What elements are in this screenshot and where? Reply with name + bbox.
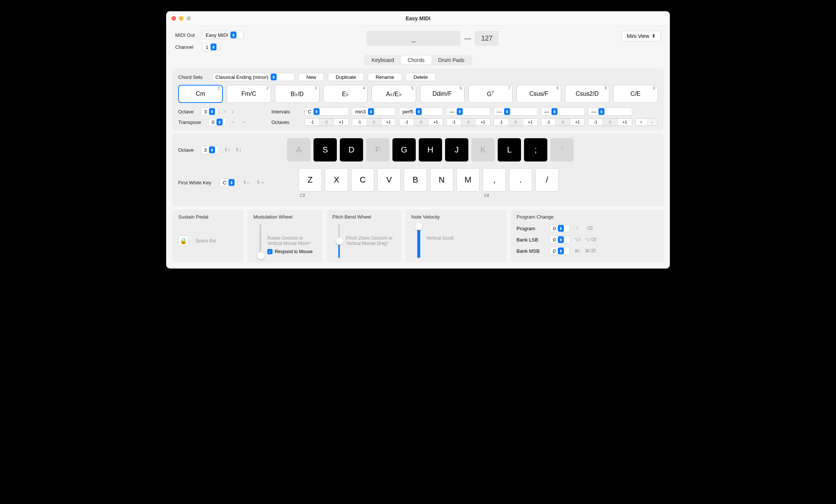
mini-view-button[interactable]: Mini View ⇞ (622, 31, 661, 41)
transpose-select[interactable]: 0 (208, 118, 226, 126)
sharp-flat-toggle[interactable]: ♯♭ (635, 118, 658, 126)
shift-right-icon[interactable]: ⇧→ (256, 180, 265, 185)
chevron-updown-icon (230, 32, 236, 38)
chord-pad-7[interactable]: G77 (468, 85, 513, 103)
chord-pad-0[interactable]: C/E0 (613, 85, 658, 103)
key-G[interactable]: G (392, 138, 416, 161)
chevron-updown-icon (271, 74, 277, 80)
shift-up-icon[interactable]: ⇧↑ (224, 147, 230, 152)
chord-pad-2[interactable]: Fm/C2 (227, 85, 271, 103)
arrow-left-icon[interactable]: ← (232, 119, 236, 125)
keyboard-panel: Octave 3 ⇧↑ ⇧↓ ASDFGHJKL;' First White K… (172, 134, 664, 207)
key-X[interactable]: X (325, 168, 348, 192)
channel-label: Channel (175, 44, 198, 50)
octave-stepper-5[interactable]: -10+1 (541, 118, 585, 126)
chord-pad-9[interactable]: Csus2/D9 (565, 85, 610, 103)
rename-button[interactable]: Rename (368, 73, 402, 81)
velocity-display: 127 (475, 31, 499, 46)
midi-out-select[interactable]: Easy MIDI (202, 31, 244, 39)
close-icon[interactable] (171, 16, 176, 21)
key-B[interactable]: B (404, 168, 427, 192)
key-K[interactable]: K (471, 138, 495, 161)
interval-1-select[interactable]: min3 (352, 107, 396, 116)
interval-4-select[interactable]: — (494, 107, 538, 116)
pitch-bend-card: Pitch Bend Wheel Pinch Zoom Gesture or V… (326, 210, 401, 263)
key-C[interactable]: C (351, 168, 374, 192)
velocity-slider[interactable] (417, 224, 420, 258)
key-A[interactable]: A (287, 138, 310, 161)
pitch-bend-slider[interactable] (338, 224, 340, 258)
key-J[interactable]: J (445, 138, 468, 161)
interval-0-select[interactable]: C (304, 107, 349, 116)
modulation-slider[interactable] (259, 224, 261, 258)
key-L[interactable]: L (498, 138, 521, 161)
interval-2-select[interactable]: perf5 (399, 107, 443, 116)
delete-button[interactable]: Delete (406, 73, 436, 81)
key-D[interactable]: D (340, 138, 363, 161)
tab-chords[interactable]: Chords (401, 56, 431, 65)
chord-pad-5[interactable]: A♭/E♭5 (371, 85, 416, 103)
titlebar: Easy MIDI (166, 11, 670, 26)
transpose-label: Transpose (178, 119, 204, 125)
respond-to-mouse-checkbox[interactable]: ✓ (267, 249, 273, 254)
octave-stepper-0[interactable]: -10+1 (304, 118, 349, 126)
octave-stepper-1[interactable]: -10+1 (352, 118, 396, 126)
chord-pad-6[interactable]: Ddim/F6 (420, 85, 465, 103)
key-V[interactable]: V (377, 168, 401, 192)
octave-stepper-3[interactable]: -10+1 (446, 118, 491, 126)
octave-select[interactable]: 3 (201, 107, 219, 116)
octave-stepper-2[interactable]: -10+1 (399, 118, 443, 126)
duplicate-button[interactable]: Duplicate (328, 73, 364, 81)
shift-down-icon[interactable]: ⇧↓ (235, 147, 241, 152)
key-H[interactable]: H (419, 138, 442, 161)
chevron-updown-icon (209, 108, 215, 115)
tab-keyboard[interactable]: Keyboard (365, 56, 401, 65)
program-change-card: Program Change Program0\⌫Bank LSB0⌥\⌥⌫Ba… (510, 210, 664, 263)
note-display: _ (367, 31, 460, 46)
shift-left-icon[interactable]: ⇧← (243, 180, 251, 185)
tab-drum-pads[interactable]: Drum Pads (432, 56, 471, 65)
chords-panel: Chord Sets Classical Ending (minor) New … (172, 68, 664, 131)
interval-3-select[interactable]: — (446, 107, 491, 116)
octaves-label: Octaves (271, 119, 301, 125)
chord-sets-label: Chord Sets (178, 74, 208, 80)
chevron-updown-icon (211, 44, 217, 50)
first-white-key-label: First White Key (178, 180, 216, 186)
app-window: Easy MIDI MIDI Out Easy MIDI Channel 1 _… (166, 11, 670, 269)
arrow-right-icon[interactable]: → (241, 119, 246, 125)
key-;[interactable]: ; (524, 138, 547, 161)
key-M[interactable]: M (456, 168, 480, 192)
interval-5-select[interactable]: — (541, 107, 585, 116)
new-button[interactable]: New (298, 73, 324, 81)
key-/[interactable]: / (535, 168, 559, 192)
sustain-card: Sustain Pedal 🔒 Space Bar (172, 210, 244, 263)
chord-pad-8[interactable]: Csus/F8 (516, 85, 561, 103)
intervals-label: Intervals (271, 109, 301, 115)
bank msb-select[interactable]: 0 (550, 247, 570, 255)
interval-6-select[interactable]: — (588, 107, 632, 116)
program-select[interactable]: 0 (550, 224, 570, 232)
key-Z[interactable]: Z (298, 168, 322, 192)
modulation-card: Modulation Wheel Rotate Gesture or Verti… (247, 210, 323, 263)
arrow-down-icon[interactable]: ↓ (232, 109, 234, 114)
key-.[interactable]: . (509, 168, 532, 192)
key-,[interactable]: , (483, 168, 506, 192)
key-F[interactable]: F (366, 138, 389, 161)
bank lsb-select[interactable]: 0 (550, 235, 570, 244)
kb-octave-select[interactable]: 3 (201, 146, 219, 154)
minimize-icon[interactable] (179, 16, 183, 21)
key-S[interactable]: S (314, 138, 337, 161)
chord-pad-3[interactable]: B♭/D3 (275, 85, 320, 103)
chord-set-select[interactable]: Classical Ending (minor) (212, 73, 295, 81)
arrow-up-icon[interactable]: ↑ (224, 109, 226, 114)
sustain-lock-button[interactable]: 🔒 (178, 235, 189, 246)
zoom-icon[interactable] (186, 16, 191, 21)
octave-stepper-6[interactable]: -10+1 (588, 118, 632, 126)
key-N[interactable]: N (430, 168, 453, 192)
chord-pad-1[interactable]: Cm1 (178, 85, 223, 103)
key-'[interactable]: ' (550, 138, 574, 161)
octave-stepper-4[interactable]: -10+1 (494, 118, 538, 126)
chord-pad-4[interactable]: E♭4 (323, 85, 368, 103)
channel-select[interactable]: 1 (202, 43, 220, 51)
first-white-key-select[interactable]: C (220, 178, 238, 187)
